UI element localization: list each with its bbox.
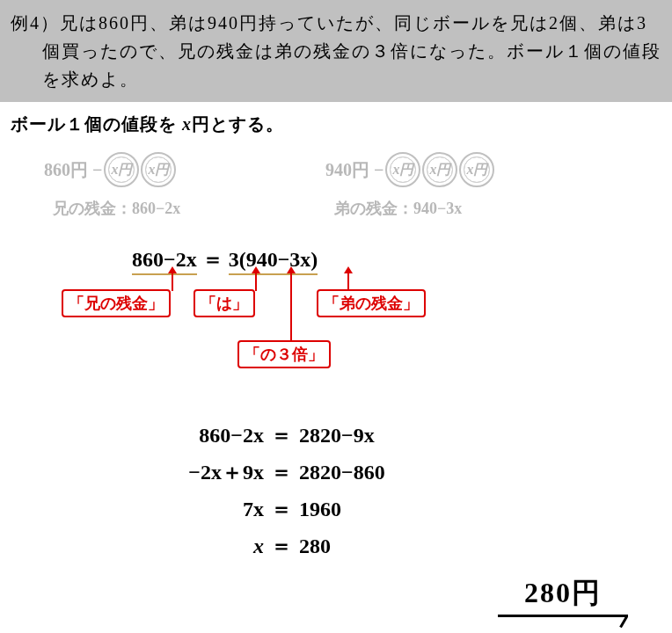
ball-icon: x円 (385, 152, 420, 187)
arrow (290, 272, 292, 342)
ball-icon: x円 (141, 152, 176, 187)
calc-row: 7x ＝ 1960 (114, 495, 672, 523)
oto-money: 940円 − (325, 158, 383, 182)
arrow (347, 272, 349, 291)
setup-var: x (182, 114, 192, 134)
calc-left: −2x＋9x (114, 458, 264, 486)
ani-money-row: 860円 − x円 x円 (44, 152, 176, 187)
eq-left-text: 860−2x (132, 248, 197, 271)
annot-ani: 「兄の残金」 (62, 289, 171, 317)
calc-left: 7x (114, 498, 264, 521)
calc-row: −2x＋9x ＝ 2820−860 (114, 458, 672, 486)
eq-left: 860−2x (132, 248, 197, 275)
calc-eq: ＝ (264, 421, 299, 449)
annot-bai: 「の３倍」 (237, 340, 331, 368)
hint-area: 860円 − x円 x円 940円 − x円 x円 x円 兄の残金：860−2x… (0, 143, 672, 240)
oto-zankin: 弟の残金：940−3x (334, 198, 462, 219)
annot-oto: 「弟の残金」 (317, 289, 426, 317)
ball-icon: x円 (459, 152, 494, 187)
calc-eq: ＝ (264, 532, 299, 560)
calc-row: 860−2x ＝ 2820−9x (114, 421, 672, 449)
calc-right: 2820−860 (299, 461, 385, 484)
calc-right: 280 (299, 535, 331, 558)
oto-money-row: 940円 − x円 x円 x円 (325, 152, 494, 187)
eq-symbol: ＝ (202, 248, 223, 271)
annot-wa: 「は」 (194, 289, 255, 317)
calc-left: x (114, 535, 264, 558)
ball-icon: x円 (104, 152, 139, 187)
ball-icon: x円 (422, 152, 457, 187)
calc-eq: ＝ (264, 458, 299, 486)
calculation-steps: 860−2x ＝ 2820−9x −2x＋9x ＝ 2820−860 7x ＝ … (114, 421, 672, 560)
ani-zankin: 兄の残金：860−2x (53, 198, 180, 219)
eq-coef: 3 (229, 248, 239, 271)
setup-prefix: ボール１個の値段を (11, 114, 182, 134)
eq-right: 3(940−3x) (229, 248, 318, 275)
ani-money: 860円 − (44, 158, 102, 182)
setup-line: ボール１個の値段を x円とする。 (11, 113, 672, 136)
main-equation-area: 860−2x ＝ 3(940−3x) 「兄の残金」 「は」 「の３倍」 「弟の残… (0, 245, 672, 412)
problem-body: 兄は860円、弟は940円持っていたが、同じボールを兄は2個、弟は3個買ったので… (42, 13, 661, 89)
calc-eq: ＝ (264, 495, 299, 523)
setup-suffix: 円とする。 (192, 114, 284, 134)
arrow (255, 272, 257, 291)
problem-text: 例4）兄は860円、弟は940円持っていたが、同じボールを兄は2個、弟は3個買っ… (11, 9, 663, 93)
calc-right: 1960 (299, 498, 341, 521)
arrow (172, 272, 173, 291)
final-answer: 280円 (498, 574, 628, 617)
calc-right: 2820−9x (299, 424, 375, 447)
calc-row: x ＝ 280 (114, 532, 672, 560)
calc-left: 860−2x (114, 424, 264, 447)
problem-box: 例4）兄は860円、弟は940円持っていたが、同じボールを兄は2個、弟は3個買っ… (0, 0, 672, 102)
problem-label: 例4） (11, 13, 60, 33)
